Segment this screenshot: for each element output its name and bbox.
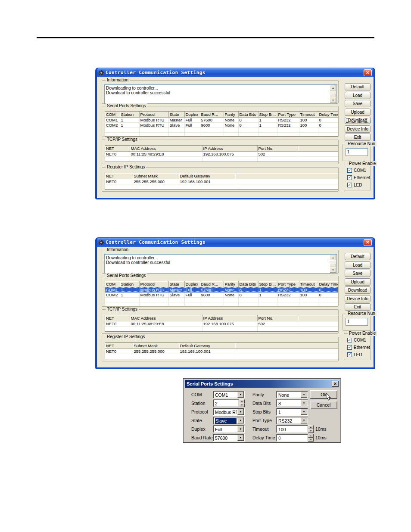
stop-bits-dropdown[interactable]: 1 ▼ (276, 408, 308, 416)
title-bar[interactable]: Controller Communication Settings ✕ (97, 238, 374, 247)
controller-settings-window-2: Controller Communication Settings ✕ Info… (96, 238, 375, 369)
baud-rate-dropdown[interactable]: 57600 ▼ (213, 434, 245, 442)
col-header: Timeout (299, 281, 318, 287)
checkbox-checked-icon[interactable]: ✓ (347, 345, 352, 350)
table-row-com2[interactable]: COM21Modbus RTUSlaveFull9600None81RS2321… (105, 292, 338, 297)
title-bar[interactable]: Serial Ports Settings ✕ (185, 380, 339, 388)
load-button[interactable]: Load (345, 261, 371, 269)
field-label: State (191, 417, 202, 424)
close-icon[interactable]: ✕ (332, 381, 339, 387)
dropdown-value: 57600 (215, 435, 237, 441)
checkbox-ethernet[interactable]: ✓Ethernet (347, 345, 370, 350)
close-icon[interactable]: ✕ (364, 69, 372, 76)
state-dropdown[interactable]: Slave ▼ (213, 417, 245, 424)
app-icon (99, 240, 104, 245)
scroll-up-icon[interactable]: ▲ (330, 85, 336, 91)
checkbox-com1[interactable]: ✓COM1 (347, 337, 366, 343)
title-bar[interactable]: Controller Communication Settings ✕ (97, 68, 374, 77)
scrollbar[interactable]: ▲ ▼ (330, 255, 336, 273)
information-log[interactable]: Downloading to controller... Download to… (104, 254, 337, 274)
ok-button[interactable]: Ok (310, 390, 337, 399)
upload-button[interactable]: Upload (345, 278, 371, 286)
table-row-com1[interactable]: COM11Modbus RTUMasterFull57600None81RS23… (105, 117, 338, 122)
field-label: Station (191, 399, 206, 407)
chevron-down-icon[interactable]: ▼ (301, 417, 307, 423)
chevron-down-icon[interactable]: ▼ (301, 409, 307, 415)
chevron-down-icon[interactable]: ▼ (237, 417, 244, 423)
close-icon[interactable]: ✕ (364, 239, 372, 246)
checkbox-checked-icon[interactable]: ✓ (347, 168, 352, 173)
device-info-button[interactable]: Device Info (345, 295, 371, 302)
checkbox-checked-icon[interactable]: ✓ (347, 183, 352, 187)
chevron-down-icon[interactable]: ▼ (237, 409, 244, 415)
col-header: Port Type (277, 281, 299, 287)
duplex-dropdown[interactable]: Full ▼ (213, 425, 245, 433)
chevron-down-icon[interactable]: ▼ (237, 392, 244, 398)
spin-up-icon[interactable]: ▲ (239, 399, 245, 403)
information-log[interactable]: Downloading to controller... Download to… (104, 84, 337, 104)
default-button[interactable]: Default (345, 253, 371, 260)
port-type-dropdown[interactable]: RS232 ▼ (276, 417, 308, 424)
table-header-row: NETSubnet MaskDefault Gateway (105, 173, 338, 179)
delay-time-stepper[interactable]: ▲ ▼ (308, 434, 314, 442)
scroll-down-icon[interactable]: ▼ (330, 97, 336, 103)
table-row-com1-selected[interactable]: COM11Modbus RTUMasterFull57600None81RS23… (105, 287, 338, 292)
table-header-row: NETSubnet MaskDefault Gateway (105, 343, 338, 348)
checkbox-checked-icon[interactable]: ✓ (347, 352, 352, 357)
scrollbar[interactable]: ▲ ▼ (330, 85, 336, 103)
dropdown-value: COM1 (215, 392, 237, 398)
table-row-net0[interactable]: NET000:11:25:48:29:E8192.168.100.075502 (105, 151, 338, 156)
station-input[interactable]: 2 (213, 399, 239, 407)
device-info-button[interactable]: Device Info (345, 125, 371, 133)
upload-button[interactable]: Upload (345, 109, 371, 116)
data-bits-dropdown[interactable]: 8 ▼ (276, 399, 308, 407)
parity-dropdown[interactable]: None ▼ (276, 391, 308, 398)
com-dropdown[interactable]: COM1 ▼ (213, 391, 245, 398)
table-row-net0[interactable]: NET0255.255.255.000192.168.100.001 (105, 179, 338, 184)
app-icon (99, 70, 104, 75)
dropdown-value: Modbus RTU (215, 409, 237, 415)
resource-number-input[interactable]: 1 (346, 318, 368, 326)
checkbox-checked-icon[interactable]: ✓ (347, 338, 352, 342)
chevron-down-icon[interactable]: ▼ (301, 392, 307, 398)
delay-time-input[interactable]: 0 (276, 434, 308, 442)
checkbox-com1[interactable]: ✓COM1 (347, 168, 366, 173)
download-button[interactable]: Download (345, 286, 371, 294)
checkbox-checked-icon[interactable]: ✓ (347, 175, 352, 180)
checkbox-ethernet[interactable]: ✓Ethernet (347, 175, 370, 180)
chevron-down-icon[interactable]: ▼ (301, 400, 307, 406)
spin-up-icon[interactable]: ▲ (308, 425, 314, 429)
resource-group: Resource Nun 1 (342, 314, 371, 331)
scroll-down-icon[interactable]: ▼ (330, 267, 336, 273)
col-header: COM (105, 281, 120, 287)
download-button[interactable]: Download (345, 117, 371, 124)
spin-up-icon[interactable]: ▲ (308, 434, 314, 438)
scroll-up-icon[interactable]: ▲ (330, 255, 336, 261)
timeout-input[interactable]: 100 (276, 425, 308, 433)
save-button[interactable]: Save (345, 270, 371, 277)
checkbox-led[interactable]: ✓LED (347, 182, 362, 188)
save-button[interactable]: Save (345, 100, 371, 107)
exit-button[interactable]: Exit (345, 134, 371, 141)
chevron-down-icon[interactable]: ▼ (237, 426, 244, 432)
client-area: Information Downloading to controller...… (97, 247, 374, 367)
table-row-com2[interactable]: COM21Modbus RTUSlaveFull9600None81RS2321… (105, 122, 338, 128)
exit-button[interactable]: Exit (345, 303, 371, 311)
timeout-stepper[interactable]: ▲ ▼ (308, 425, 314, 433)
spin-down-icon[interactable]: ▼ (239, 403, 245, 407)
resource-number-input[interactable]: 1 (346, 148, 368, 156)
cancel-button[interactable]: Cancel (310, 401, 337, 409)
table-row-net0[interactable]: NET0255.255.255.000192.168.100.001 (105, 348, 338, 354)
protocol-dropdown[interactable]: Modbus RTU ▼ (213, 408, 245, 416)
log-line: Download to controller successful (106, 90, 328, 95)
group-label: Information (106, 78, 130, 83)
table-row-net0[interactable]: NET000:11:25:48:29:E8192.168.100.075502 (105, 321, 338, 326)
station-stepper[interactable]: ▲ ▼ (239, 399, 245, 407)
spin-down-icon[interactable]: ▼ (308, 429, 314, 433)
default-button[interactable]: Default (345, 83, 371, 90)
spin-down-icon[interactable]: ▼ (308, 438, 314, 442)
chevron-down-icon[interactable]: ▼ (237, 435, 244, 441)
load-button[interactable]: Load (345, 92, 371, 99)
checkbox-led[interactable]: ✓LED (347, 352, 362, 358)
checkbox-label: COM1 (354, 168, 366, 173)
